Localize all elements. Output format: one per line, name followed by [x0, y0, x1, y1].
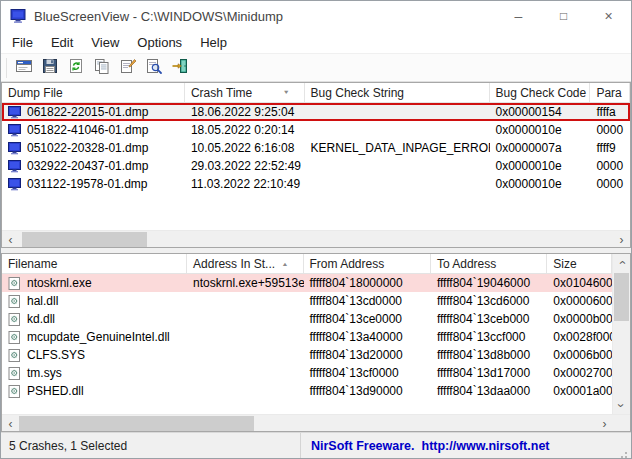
title-bar: BlueScreenView - C:\WINDOWS\Minidump – □… [1, 1, 631, 31]
module-row-1[interactable]: hal.dllfffff804`13cd0000fffff804`13cd600… [2, 292, 612, 310]
cell-text: 031122-19578-01.dmp [27, 177, 148, 191]
properties-button[interactable] [115, 56, 141, 80]
cell-text: ntoskrnl.exe [27, 276, 92, 290]
resize-grip[interactable] [625, 452, 627, 454]
cell-text: 0x0000007a [496, 141, 562, 155]
menu-help[interactable]: Help [191, 33, 236, 52]
module-cell: fffff804`13ceb000 [431, 312, 547, 326]
scroll-left-icon[interactable]: ‹ [2, 231, 19, 248]
lower-horizontal-scrollbar[interactable]: ‹ › [2, 414, 630, 431]
module-cell: 0x00027000 [547, 366, 612, 380]
advanced-options-button[interactable] [11, 56, 37, 80]
upper-hscroll-thumb[interactable] [22, 232, 147, 247]
cell-text: hal.dll [27, 294, 58, 308]
module-cell: fffff804`13d17000 [431, 366, 547, 380]
copy-button[interactable] [89, 56, 115, 80]
crash-row-0[interactable]: 061822-22015-01.dmp18.06.2022 9:25:040x0… [2, 103, 630, 121]
lower-hscroll-track[interactable] [19, 415, 596, 431]
crash-cell: 0x00000154 [490, 105, 591, 119]
refresh-button[interactable] [63, 56, 89, 80]
exit-button[interactable] [167, 56, 193, 80]
sort-desc-icon: ▼ [283, 90, 290, 96]
crash-column-header-2[interactable]: Bug Check String [305, 83, 490, 102]
module-row-6[interactable]: PSHED.dllfffff804`13d90000fffff804`13daa… [2, 382, 612, 400]
lower-hscroll-thumb[interactable] [19, 416, 254, 431]
close-button[interactable]: × [586, 1, 631, 31]
column-label: Crash Time [191, 86, 252, 100]
find-button[interactable] [141, 56, 167, 80]
scroll-right-icon[interactable]: › [596, 415, 613, 432]
cell-text: fffff804`13a40000 [310, 330, 403, 344]
scroll-up-icon[interactable]: › [613, 254, 630, 271]
upper-hscroll-track[interactable] [19, 231, 613, 247]
crash-cell: 061822-22015-01.dmp [2, 105, 185, 119]
cell-text: 11.03.2022 22:10:49 [191, 177, 300, 191]
module-cell: fffff804`13a40000 [304, 330, 431, 344]
refresh-icon [67, 57, 85, 78]
cell-text: fffff804`13d8b000 [437, 348, 530, 362]
module-column-header-4[interactable]: Size [547, 254, 612, 273]
crash-cell: ffff9 [590, 141, 630, 155]
crash-cell: 0x0000010e [490, 123, 591, 137]
module-column-header-2[interactable]: From Address [304, 254, 431, 273]
driver-file-icon [8, 277, 21, 290]
crash-column-header-4[interactable]: Para [590, 83, 630, 102]
lower-vscroll-track[interactable] [613, 271, 630, 397]
crash-column-header-1[interactable]: Crash Time▼ [185, 83, 305, 102]
module-cell: 0x01046000 [547, 276, 612, 290]
module-row-2[interactable]: kd.dllfffff804`13ce0000fffff804`13ceb000… [2, 310, 612, 328]
cell-text: ffff9 [596, 141, 615, 155]
cell-text: 0x00006000 [553, 294, 612, 308]
module-cell: CLFS.SYS [2, 348, 187, 362]
crash-row-3[interactable]: 032922-20437-01.dmp29.03.2022 22:52:490x… [2, 157, 630, 175]
module-row-0[interactable]: ntoskrnl.exentoskrnl.exe+59513efffff804`… [2, 274, 612, 292]
status-crash-count: 5 Crashes, 1 Selected [1, 433, 301, 458]
driver-file-icon [8, 385, 21, 398]
menu-file[interactable]: File [3, 33, 42, 52]
menu-bar: File Edit View Options Help [1, 31, 631, 53]
menu-options[interactable]: Options [128, 33, 191, 52]
scroll-down-icon[interactable]: › [613, 397, 630, 414]
nirsoft-url-link[interactable]: http://www.nirsoft.net [422, 439, 550, 453]
save-button[interactable] [37, 56, 63, 80]
menu-edit[interactable]: Edit [42, 33, 82, 52]
scroll-left-icon[interactable]: ‹ [2, 415, 19, 432]
cell-text: 051022-20328-01.dmp [27, 141, 148, 155]
module-row-5[interactable]: tm.sysfffff804`13cf0000fffff804`13d17000… [2, 364, 612, 382]
dump-file-icon [8, 160, 21, 173]
module-cell: fffff804`13d90000 [304, 384, 431, 398]
module-column-header-0[interactable]: Filename [2, 254, 187, 273]
module-column-header-3[interactable]: To Address [431, 254, 547, 273]
cell-text: fffff804`13cf0000 [310, 366, 399, 380]
module-cell: fffff804`13cd6000 [431, 294, 547, 308]
crash-cell: 0000 [590, 159, 630, 173]
properties-icon [119, 57, 137, 78]
lower-vertical-scrollbar[interactable]: › › [612, 254, 630, 414]
lower-vscroll-thumb[interactable] [614, 273, 629, 321]
crash-column-header-3[interactable]: Bug Check Code [490, 83, 591, 102]
dump-file-icon [8, 106, 21, 119]
crash-row-4[interactable]: 031122-19578-01.dmp11.03.2022 22:10:490x… [2, 175, 630, 193]
scroll-right-icon[interactable]: › [613, 231, 630, 248]
cell-text: 0x00027000 [553, 366, 612, 380]
module-row-4[interactable]: CLFS.SYSfffff804`13d20000fffff804`13d8b0… [2, 346, 612, 364]
cell-text: 0x0000010e [496, 177, 562, 191]
menu-view[interactable]: View [82, 33, 128, 52]
minimize-button[interactable]: – [496, 1, 541, 31]
column-label: From Address [310, 257, 385, 271]
crash-column-header-0[interactable]: Dump File [2, 83, 185, 102]
options-window-icon [15, 57, 33, 78]
maximize-button[interactable]: □ [541, 1, 586, 31]
crash-row-1[interactable]: 051822-41046-01.dmp18.05.2022 0:20:140x0… [2, 121, 630, 139]
module-cell: ntoskrnl.exe [2, 276, 187, 290]
toolbar-gripper [6, 58, 7, 78]
crash-cell: 031122-19578-01.dmp [2, 177, 185, 191]
crash-row-2[interactable]: 051022-20328-01.dmp10.05.2022 6:16:08KER… [2, 139, 630, 157]
crash-cell: 051822-41046-01.dmp [2, 123, 185, 137]
column-label: Filename [8, 257, 57, 271]
module-cell: fffff804`13cf0000 [304, 366, 431, 380]
module-row-3[interactable]: mcupdate_GenuineIntel.dllfffff804`13a400… [2, 328, 612, 346]
upper-horizontal-scrollbar[interactable]: ‹ › [2, 230, 630, 247]
module-column-header-1[interactable]: Address In St...▲ [187, 254, 303, 273]
cell-text: KERNEL_DATA_INPAGE_ERROR [311, 141, 490, 155]
